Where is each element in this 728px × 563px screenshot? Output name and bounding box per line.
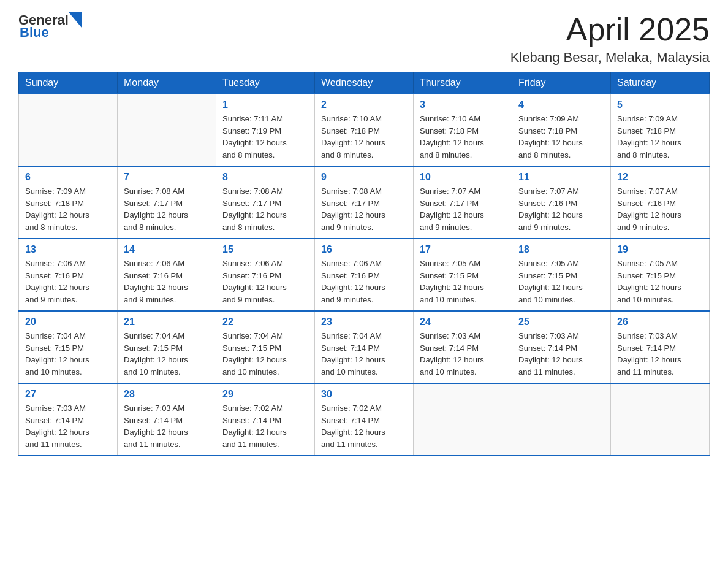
calendar-cell [512, 383, 611, 456]
calendar-cell: 13Sunrise: 7:06 AMSunset: 7:16 PMDayligh… [19, 239, 118, 311]
day-info: Sunrise: 7:09 AMSunset: 7:18 PMDaylight:… [25, 185, 111, 233]
calendar-cell: 1Sunrise: 7:11 AMSunset: 7:19 PMDaylight… [216, 94, 315, 166]
day-info: Sunrise: 7:04 AMSunset: 7:15 PMDaylight:… [222, 330, 308, 378]
calendar-cell: 10Sunrise: 7:07 AMSunset: 7:17 PMDayligh… [414, 166, 512, 239]
day-info: Sunrise: 7:07 AMSunset: 7:16 PMDaylight:… [518, 185, 604, 233]
page-title: April 2025 [510, 12, 710, 47]
calendar-cell: 21Sunrise: 7:04 AMSunset: 7:15 PMDayligh… [118, 311, 216, 383]
day-info: Sunrise: 7:06 AMSunset: 7:16 PMDaylight:… [321, 258, 407, 305]
calendar-cell: 8Sunrise: 7:08 AMSunset: 7:17 PMDaylight… [216, 166, 315, 239]
page-header: General Blue April 2025 Klebang Besar, M… [18, 12, 710, 66]
calendar-cell: 29Sunrise: 7:02 AMSunset: 7:14 PMDayligh… [216, 383, 315, 456]
day-number: 18 [518, 244, 604, 255]
calendar-cell: 16Sunrise: 7:06 AMSunset: 7:16 PMDayligh… [315, 239, 414, 311]
day-info: Sunrise: 7:05 AMSunset: 7:15 PMDaylight:… [420, 258, 506, 305]
weekday-header-saturday: Saturday [611, 72, 710, 94]
day-info: Sunrise: 7:02 AMSunset: 7:14 PMDaylight:… [222, 402, 308, 450]
day-number: 10 [420, 172, 506, 183]
calendar-cell: 30Sunrise: 7:02 AMSunset: 7:14 PMDayligh… [315, 383, 414, 456]
day-info: Sunrise: 7:03 AMSunset: 7:14 PMDaylight:… [518, 330, 604, 378]
day-info: Sunrise: 7:11 AMSunset: 7:19 PMDaylight:… [222, 113, 308, 161]
calendar-cell: 18Sunrise: 7:05 AMSunset: 7:15 PMDayligh… [512, 239, 611, 311]
day-info: Sunrise: 7:04 AMSunset: 7:15 PMDaylight:… [25, 330, 111, 378]
day-number: 14 [124, 244, 210, 255]
calendar-cell: 12Sunrise: 7:07 AMSunset: 7:16 PMDayligh… [611, 166, 710, 239]
calendar-cell: 19Sunrise: 7:05 AMSunset: 7:15 PMDayligh… [611, 239, 710, 311]
day-number: 17 [420, 244, 506, 255]
day-number: 7 [124, 172, 210, 183]
weekday-header-friday: Friday [512, 72, 611, 94]
logo: General Blue [18, 12, 82, 40]
day-info: Sunrise: 7:10 AMSunset: 7:18 PMDaylight:… [321, 113, 407, 161]
calendar-cell: 5Sunrise: 7:09 AMSunset: 7:18 PMDaylight… [611, 94, 710, 166]
calendar-cell [118, 94, 216, 166]
calendar-cell [611, 383, 710, 456]
weekday-header-sunday: Sunday [19, 72, 118, 94]
day-info: Sunrise: 7:09 AMSunset: 7:18 PMDaylight:… [617, 113, 703, 161]
calendar-cell: 26Sunrise: 7:03 AMSunset: 7:14 PMDayligh… [611, 311, 710, 383]
day-number: 20 [25, 316, 111, 327]
day-number: 3 [420, 99, 506, 110]
calendar-body: 1Sunrise: 7:11 AMSunset: 7:19 PMDaylight… [19, 94, 710, 456]
day-info: Sunrise: 7:03 AMSunset: 7:14 PMDaylight:… [617, 330, 703, 378]
day-info: Sunrise: 7:03 AMSunset: 7:14 PMDaylight:… [25, 402, 111, 450]
day-info: Sunrise: 7:03 AMSunset: 7:14 PMDaylight:… [124, 402, 210, 450]
calendar-cell: 23Sunrise: 7:04 AMSunset: 7:14 PMDayligh… [315, 311, 414, 383]
day-info: Sunrise: 7:04 AMSunset: 7:15 PMDaylight:… [124, 330, 210, 378]
week-row-2: 6Sunrise: 7:09 AMSunset: 7:18 PMDaylight… [19, 166, 710, 239]
calendar-cell: 4Sunrise: 7:09 AMSunset: 7:18 PMDaylight… [512, 94, 611, 166]
calendar-cell: 9Sunrise: 7:08 AMSunset: 7:17 PMDaylight… [315, 166, 414, 239]
calendar-cell: 24Sunrise: 7:03 AMSunset: 7:14 PMDayligh… [414, 311, 512, 383]
calendar-cell: 7Sunrise: 7:08 AMSunset: 7:17 PMDaylight… [118, 166, 216, 239]
day-number: 12 [617, 172, 703, 183]
day-info: Sunrise: 7:04 AMSunset: 7:14 PMDaylight:… [321, 330, 407, 378]
day-number: 13 [25, 244, 111, 255]
day-info: Sunrise: 7:09 AMSunset: 7:18 PMDaylight:… [518, 113, 604, 161]
day-number: 11 [518, 172, 604, 183]
day-number: 9 [321, 172, 407, 183]
day-number: 6 [25, 172, 111, 183]
week-row-3: 13Sunrise: 7:06 AMSunset: 7:16 PMDayligh… [19, 239, 710, 311]
week-row-4: 20Sunrise: 7:04 AMSunset: 7:15 PMDayligh… [19, 311, 710, 383]
title-block: April 2025 Klebang Besar, Melaka, Malays… [510, 12, 710, 66]
day-number: 26 [617, 316, 703, 327]
calendar-cell [19, 94, 118, 166]
day-info: Sunrise: 7:05 AMSunset: 7:15 PMDaylight:… [617, 258, 703, 305]
day-number: 23 [321, 316, 407, 327]
day-info: Sunrise: 7:03 AMSunset: 7:14 PMDaylight:… [420, 330, 506, 378]
day-info: Sunrise: 7:08 AMSunset: 7:17 PMDaylight:… [222, 185, 308, 233]
calendar-cell: 20Sunrise: 7:04 AMSunset: 7:15 PMDayligh… [19, 311, 118, 383]
calendar-cell: 25Sunrise: 7:03 AMSunset: 7:14 PMDayligh… [512, 311, 611, 383]
page-subtitle: Klebang Besar, Melaka, Malaysia [510, 50, 710, 66]
day-number: 15 [222, 244, 308, 255]
day-info: Sunrise: 7:06 AMSunset: 7:16 PMDaylight:… [124, 258, 210, 305]
week-row-5: 27Sunrise: 7:03 AMSunset: 7:14 PMDayligh… [19, 383, 710, 456]
weekday-header-monday: Monday [118, 72, 216, 94]
day-number: 16 [321, 244, 407, 255]
header-row: SundayMondayTuesdayWednesdayThursdayFrid… [19, 72, 710, 94]
weekday-header-wednesday: Wednesday [315, 72, 414, 94]
calendar-cell [414, 383, 512, 456]
day-number: 1 [222, 99, 308, 110]
week-row-1: 1Sunrise: 7:11 AMSunset: 7:19 PMDaylight… [19, 94, 710, 166]
day-number: 21 [124, 316, 210, 327]
calendar-cell: 3Sunrise: 7:10 AMSunset: 7:18 PMDaylight… [414, 94, 512, 166]
calendar-cell: 27Sunrise: 7:03 AMSunset: 7:14 PMDayligh… [19, 383, 118, 456]
day-number: 29 [222, 389, 308, 400]
day-info: Sunrise: 7:07 AMSunset: 7:17 PMDaylight:… [420, 185, 506, 233]
day-number: 22 [222, 316, 308, 327]
day-number: 25 [518, 316, 604, 327]
calendar-cell: 28Sunrise: 7:03 AMSunset: 7:14 PMDayligh… [118, 383, 216, 456]
day-number: 27 [25, 389, 111, 400]
day-number: 4 [518, 99, 604, 110]
calendar-cell: 2Sunrise: 7:10 AMSunset: 7:18 PMDaylight… [315, 94, 414, 166]
calendar-header: SundayMondayTuesdayWednesdayThursdayFrid… [19, 72, 710, 94]
weekday-header-tuesday: Tuesday [216, 72, 315, 94]
day-info: Sunrise: 7:07 AMSunset: 7:16 PMDaylight:… [617, 185, 703, 233]
day-info: Sunrise: 7:06 AMSunset: 7:16 PMDaylight:… [222, 258, 308, 305]
day-info: Sunrise: 7:05 AMSunset: 7:15 PMDaylight:… [518, 258, 604, 305]
day-info: Sunrise: 7:06 AMSunset: 7:16 PMDaylight:… [25, 258, 111, 305]
day-number: 19 [617, 244, 703, 255]
day-number: 2 [321, 99, 407, 110]
day-info: Sunrise: 7:08 AMSunset: 7:17 PMDaylight:… [321, 185, 407, 233]
